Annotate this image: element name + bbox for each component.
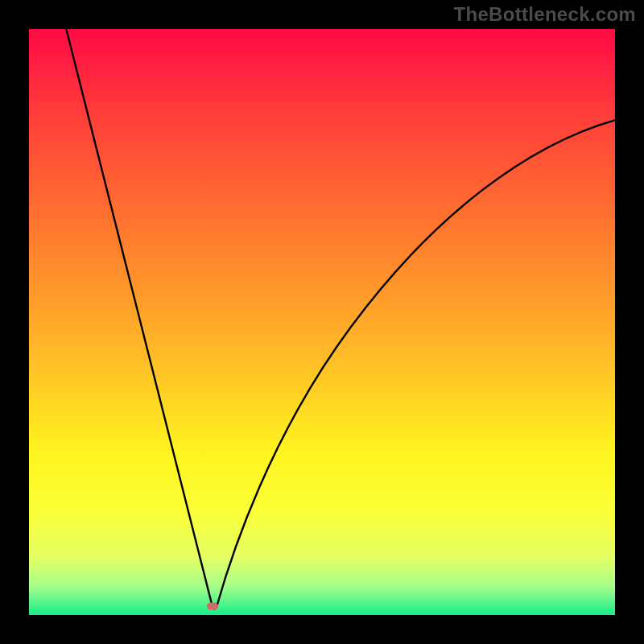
watermark-text: TheBottleneck.com: [454, 3, 636, 26]
optimal-point-marker: [207, 603, 218, 610]
chart-frame: TheBottleneck.com: [0, 0, 644, 644]
plot-area: [29, 29, 615, 615]
curve-path: [65, 29, 615, 609]
bottleneck-curve: [29, 29, 615, 615]
